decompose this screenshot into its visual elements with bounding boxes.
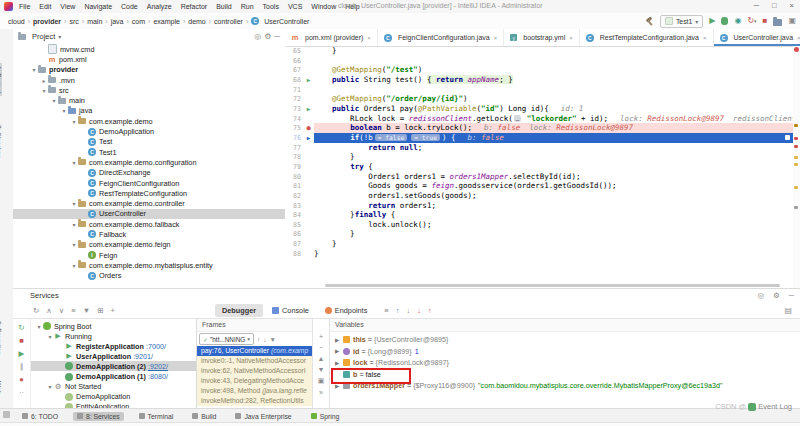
- menu-run[interactable]: Run: [241, 3, 254, 10]
- tree-item-resttemplateconfiguration[interactable]: CRestTemplateConfiguration: [13, 188, 285, 198]
- stack-frame[interactable]: invoke:43, DelegatingMethodAcce: [197, 376, 312, 386]
- close-tab-icon[interactable]: ×: [703, 35, 707, 41]
- event-log-icon[interactable]: [748, 403, 756, 411]
- settings-icon[interactable]: ⚙: [773, 291, 780, 300]
- project-panel-title[interactable]: Project: [32, 32, 55, 41]
- menu-analyze[interactable]: Analyze: [147, 3, 172, 10]
- breadcrumb-item-main[interactable]: main: [87, 18, 102, 25]
- menu-navigate[interactable]: Navigate: [84, 3, 112, 10]
- service-spring-boot[interactable]: ▾Spring Boot: [31, 321, 196, 331]
- build-hammer-icon[interactable]: [645, 17, 654, 26]
- tool-stripe-project[interactable]: 1: Project: [0, 63, 2, 96]
- restart-button[interactable]: ↻▾: [747, 17, 756, 25]
- error-stripe[interactable]: [793, 46, 800, 288]
- debugger-tab-console[interactable]: Console: [265, 304, 316, 317]
- code-editor[interactable]: 65 }6667 @GetMapping("/test")68▶ public …: [285, 46, 793, 283]
- toolwindow-button-spring[interactable]: Spring: [307, 412, 344, 421]
- toolwindow-button-6--todo[interactable]: 6: TODO: [18, 412, 62, 421]
- editor-tab-pom-xml--provider-[interactable]: mpom.xml (provider)×: [285, 29, 378, 46]
- code-line-83[interactable]: 83 return orders1;: [285, 201, 793, 211]
- code-line-77[interactable]: 77 return null;: [285, 143, 793, 153]
- add-service-icon[interactable]: ⊞: [97, 306, 103, 315]
- tool-window-switcher-icon[interactable]: [3, 411, 10, 418]
- code-line-67[interactable]: 67 @GetMapping("/test"): [285, 65, 793, 75]
- rerun-icon[interactable]: ↻: [18, 323, 24, 332]
- menu-edit[interactable]: Edit: [39, 3, 51, 10]
- breadcrumb-item-cloud[interactable]: cloud: [8, 18, 25, 25]
- breadcrumb-item-demo[interactable]: demo: [188, 18, 206, 25]
- stack-frame[interactable]: invoke0:-1, NativeMethodAccessor: [197, 356, 312, 366]
- editor-tab-feignclientconfiguration-java[interactable]: CFeignClientConfiguration.java×: [378, 29, 504, 46]
- menu-code[interactable]: Code: [121, 3, 138, 10]
- breadcrumb-item-controller[interactable]: controller: [214, 18, 243, 25]
- watch-toolbar-icon-2[interactable]: ▲: [318, 355, 325, 362]
- stack-frame[interactable]: invoke:498, Method (java.lang.refle: [197, 386, 312, 396]
- run-configuration-select[interactable]: Test1 ▾: [660, 15, 703, 28]
- thread-select[interactable]: ✓ "htt...NNING ▾: [199, 333, 254, 345]
- code-line-79[interactable]: 79 try {: [285, 162, 793, 172]
- more-icon[interactable]: ··: [19, 388, 24, 397]
- stop-button[interactable]: ■: [763, 17, 768, 25]
- close-window-button[interactable]: ×: [790, 1, 794, 10]
- toolwindow-button-build[interactable]: Build: [188, 412, 220, 421]
- tool-stripe-favorites[interactable]: 2: Favorites: [0, 321, 2, 355]
- stop-icon[interactable]: ■: [19, 336, 24, 345]
- gear-icon[interactable]: ⚙: [264, 32, 271, 41]
- toolwindow-button-terminal[interactable]: Terminal: [135, 412, 178, 421]
- service-port-link[interactable]: :7000/: [146, 342, 166, 351]
- breadcrumb-item-UserController[interactable]: CUserController: [251, 17, 309, 25]
- service-demoapplication[interactable]: DemoApplication: [31, 392, 196, 402]
- code-line-68[interactable]: 68▶ public String test() { return appNam…: [285, 75, 793, 85]
- upload-red-icon[interactable]: ↑: [428, 306, 432, 315]
- menu-build[interactable]: Build: [216, 3, 232, 10]
- group-icon[interactable]: ≡: [71, 306, 75, 315]
- code-line-65[interactable]: 65 }: [285, 46, 793, 56]
- tree-item-com-example-demo-configuration[interactable]: ▾com.example.demo.configuration: [13, 157, 285, 167]
- layout-settings-icon[interactable]: ▤: [784, 306, 792, 315]
- menu-file[interactable]: File: [19, 3, 30, 10]
- tree-item-com-example-demo[interactable]: ▾com.example.demo: [13, 116, 285, 126]
- breadcrumb-item-com[interactable]: com: [132, 18, 145, 25]
- tree-item-feign[interactable]: IFeign: [13, 250, 285, 260]
- menu-vcs[interactable]: VCS: [288, 3, 302, 10]
- tree-item--mvn[interactable]: ▸.mvn: [13, 75, 285, 85]
- tree-item-java[interactable]: ▾java: [13, 106, 285, 116]
- watch-toolbar-icon-3[interactable]: ▼: [318, 366, 325, 373]
- breadcrumb-item-example[interactable]: example: [153, 18, 179, 25]
- terminal-window-icon[interactable]: ▣: [788, 17, 796, 25]
- debug-button[interactable]: [721, 17, 728, 25]
- code-line-72[interactable]: 72 @GetMapping("/order/pay/{id}"): [285, 94, 793, 104]
- tree-item-pom-xml[interactable]: mpom.xml: [13, 54, 285, 64]
- tool-stripe-web[interactable]: Web: [0, 381, 2, 394]
- locate-file-icon[interactable]: ◎: [254, 32, 261, 41]
- variable-id[interactable]: ▶id={Long@9899}1: [330, 346, 800, 358]
- tree-item-orders[interactable]: COrders: [13, 271, 285, 281]
- tree-item-main[interactable]: ▾main: [13, 95, 285, 105]
- minimize-window-button[interactable]: ─: [754, 1, 759, 10]
- code-line-73[interactable]: 73▶ public Orders1 pay(@PathVariable("id…: [285, 104, 793, 114]
- service-running[interactable]: ▾▶Running: [31, 331, 196, 341]
- tree-item-com-example-demo-feign[interactable]: ▾com.example.demo.feign: [13, 240, 285, 250]
- editor-tab-usercontroller-java[interactable]: CUserController.java×: [714, 29, 800, 46]
- watch-toolbar-icon-1[interactable]: −: [319, 344, 323, 351]
- run-gutter-icon[interactable]: ▶: [303, 75, 314, 85]
- menu-view[interactable]: View: [60, 3, 75, 10]
- expand-arrow-icon[interactable]: ▶: [335, 348, 343, 354]
- breadcrumb-item-java[interactable]: java: [111, 18, 124, 25]
- stack-frame[interactable]: pay:76, UserController (com.examp: [197, 346, 312, 356]
- tree-item-test[interactable]: CTest: [13, 137, 285, 147]
- code-line-86[interactable]: 86 }: [285, 229, 793, 239]
- service-registerapplication[interactable]: ▶RegisterApplication:7000/: [31, 341, 196, 351]
- service-port-link[interactable]: :9202/: [148, 362, 168, 371]
- menu-icon[interactable]: ≡: [384, 306, 388, 315]
- horizontal-scrollbar[interactable]: [325, 284, 780, 287]
- tree-item-fallback[interactable]: CFallback: [13, 229, 285, 239]
- tree-item-com-example-demo-fallback[interactable]: ▾com.example.demo.fallback: [13, 219, 285, 229]
- stack-frame[interactable]: invokeMethod:282, ReflectionUtils: [197, 396, 312, 406]
- code-line-71[interactable]: 71: [285, 85, 793, 95]
- filter-icon[interactable]: ▼: [270, 336, 276, 343]
- code-line-82[interactable]: 82 orders1.setGoods(goods);: [285, 191, 793, 201]
- plus-icon[interactable]: +: [110, 306, 114, 315]
- tree-item-com-example-demo-controller[interactable]: ▾com.example.demo.controller: [13, 198, 285, 208]
- menu-window[interactable]: Window: [311, 3, 336, 10]
